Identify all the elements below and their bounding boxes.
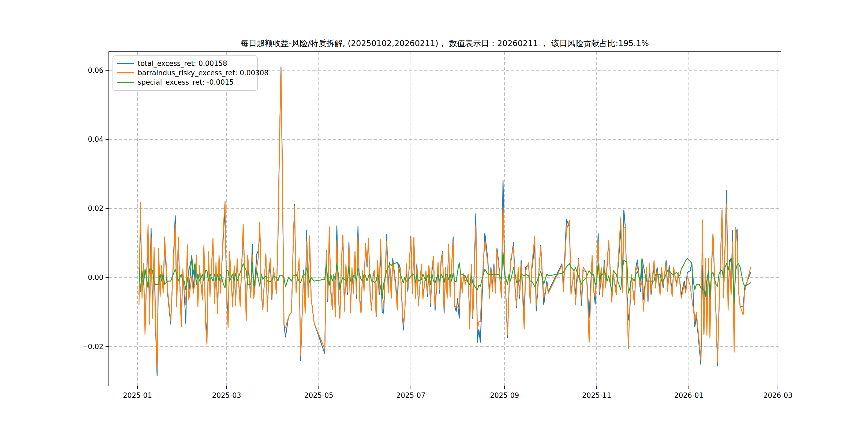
x-tick-label-2026-01: 2026-01 [674, 392, 704, 399]
x-tick-label-2025-11: 2025-11 [582, 392, 611, 399]
x-tick-label-2025-09: 2025-09 [490, 392, 519, 399]
y-tick-label-0.06: 0.06 [88, 66, 103, 74]
figure-canvas: 每日超额收益-风险/特质拆解, (20250102,20260211)， 数值表… [0, 0, 868, 434]
series-line-total_excess_ret [139, 67, 751, 376]
legend: total_excess_ret: 0.00158 barraindus_ris… [113, 56, 269, 91]
series-lines [139, 67, 751, 376]
y-tick-label-0.00: 0.00 [88, 274, 103, 282]
y-tick-label-−0.02: −0.02 [82, 343, 103, 351]
plot-border [109, 52, 781, 386]
x-tick-label-2025-05: 2025-05 [304, 392, 333, 399]
x-tick-label-2025-03: 2025-03 [212, 392, 241, 399]
chart-canvas: 每日超额收益-风险/特质拆解, (20250102,20260211)， 数值表… [0, 0, 868, 434]
legend-item-risky: barraindus_risky_excess_ret: 0.00308 [117, 69, 269, 77]
legend-label-special: special_excess_ret: -0.0015 [138, 78, 234, 86]
series-line-barraindus_risky_excess_ret [139, 69, 751, 369]
x-tick-label-2026-03: 2026-03 [763, 392, 793, 399]
y-tick-label-0.04: 0.04 [88, 135, 103, 143]
axis-tick-labels: 2025-012025-032025-052025-072025-092025-… [82, 66, 793, 399]
legend-label-risky: barraindus_risky_excess_ret: 0.00308 [138, 69, 269, 77]
gridlines [109, 52, 781, 386]
x-tick-label-2025-07: 2025-07 [396, 392, 426, 399]
y-tick-label-0.02: 0.02 [88, 205, 103, 212]
chart-title: 每日超额收益-风险/特质拆解, (20250102,20260211)， 数值表… [241, 38, 649, 48]
legend-label-total: total_excess_ret: 0.00158 [138, 60, 227, 67]
x-tick-label-2025-01: 2025-01 [123, 392, 152, 399]
